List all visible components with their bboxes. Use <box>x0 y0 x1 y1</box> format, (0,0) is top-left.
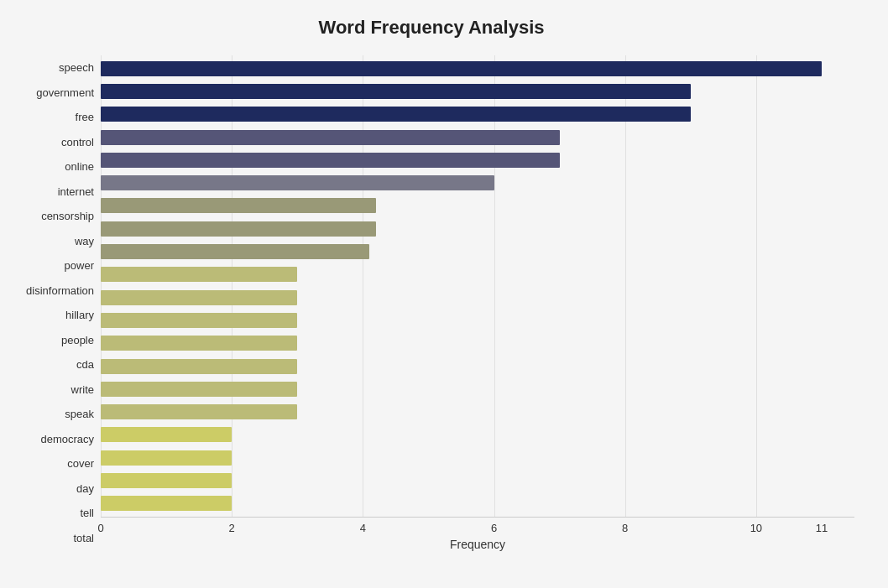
bar <box>101 290 297 305</box>
bars-area <box>101 55 854 517</box>
y-label: total <box>8 528 94 547</box>
y-axis: speechgovernmentfreecontrolonlineinterne… <box>8 55 101 550</box>
bar <box>101 244 369 259</box>
bar-row <box>101 449 854 467</box>
y-label: free <box>8 108 94 127</box>
bar-row <box>101 425 854 444</box>
bar-row <box>101 471 854 490</box>
bar <box>101 473 232 488</box>
y-label: democracy <box>8 429 94 448</box>
bar <box>101 359 297 374</box>
y-label: way <box>8 232 94 250</box>
bar <box>101 175 494 190</box>
bar <box>101 84 691 99</box>
y-label: censorship <box>8 207 94 226</box>
bar-row <box>101 220 854 238</box>
x-tick: 8 <box>622 522 628 534</box>
bar <box>101 107 691 122</box>
y-label: government <box>8 83 94 101</box>
y-label: day <box>8 479 94 497</box>
bar-row <box>101 380 854 398</box>
bar-row <box>101 60 854 78</box>
bar-row <box>101 128 854 147</box>
bars-column <box>101 55 854 517</box>
x-tick: 10 <box>750 522 762 534</box>
bar <box>101 313 297 328</box>
bar <box>101 153 560 168</box>
x-ticks: 024681011 <box>101 518 854 534</box>
bar-row <box>101 357 854 376</box>
x-axis-label: Frequency <box>101 538 854 551</box>
y-label: online <box>8 158 94 176</box>
chart-title: Word Frequency Analysis <box>8 17 854 39</box>
bar <box>101 382 297 397</box>
y-label: hillary <box>8 306 94 325</box>
x-tick: 11 <box>816 522 828 534</box>
bar <box>101 221 376 237</box>
y-label: internet <box>8 182 94 200</box>
y-label: control <box>8 133 94 151</box>
x-tick: 6 <box>491 522 497 534</box>
bar <box>101 61 822 76</box>
y-label: cda <box>8 356 94 374</box>
bar-row <box>101 311 854 330</box>
bar-row <box>101 82 854 101</box>
y-label: disinformation <box>8 281 94 299</box>
y-label: speak <box>8 405 94 424</box>
bar-row <box>101 174 854 192</box>
chart-area: speechgovernmentfreecontrolonlineinterne… <box>8 55 854 550</box>
x-tick: 4 <box>360 522 366 534</box>
chart-container: Word Frequency Analysis speechgovernment… <box>0 0 888 588</box>
bar-row <box>101 196 854 215</box>
bar <box>101 267 297 282</box>
bar-row <box>101 403 854 421</box>
bar <box>101 336 297 351</box>
bar-row <box>101 105 854 123</box>
x-tick: 0 <box>97 522 103 534</box>
bar-row <box>101 494 854 513</box>
y-label: write <box>8 380 94 398</box>
bar-row <box>101 334 854 352</box>
bar <box>101 198 376 213</box>
y-label: people <box>8 330 94 349</box>
bar-row <box>101 289 854 307</box>
bars-and-xaxis: 024681011 Frequency <box>101 55 854 550</box>
x-tick: 2 <box>229 522 235 534</box>
bar <box>101 427 232 442</box>
y-label: power <box>8 257 94 275</box>
y-label: tell <box>8 504 94 523</box>
bar-row <box>101 151 854 169</box>
x-axis: 024681011 Frequency <box>101 517 854 550</box>
bar <box>101 496 232 511</box>
bar <box>101 404 297 419</box>
bar-row <box>101 242 854 261</box>
bar-row <box>101 265 854 284</box>
bar <box>101 130 560 145</box>
bar <box>101 450 232 466</box>
y-label: speech <box>8 59 94 77</box>
y-label: cover <box>8 455 94 473</box>
